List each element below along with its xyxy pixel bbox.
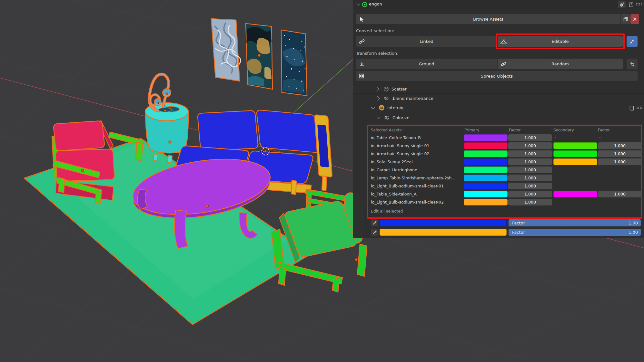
secondary-color-swatch[interactable] bbox=[553, 191, 597, 197]
transform-ground-button[interactable]: Ground bbox=[356, 59, 497, 69]
factor-value[interactable]: 1.000 bbox=[508, 199, 552, 205]
grid-squares-icon bbox=[359, 73, 364, 79]
interniq-manual-book-icon[interactable]: ? bbox=[629, 105, 635, 111]
edit-all-secondary-color-field[interactable] bbox=[380, 229, 507, 236]
factor-value[interactable]: 1.000 bbox=[508, 142, 552, 149]
factor2-value[interactable]: 1.000 bbox=[598, 191, 642, 197]
transform-random-button[interactable]: Random bbox=[498, 59, 623, 69]
asset-name: iq_Carpet_Herringbone bbox=[371, 167, 417, 172]
section-blend-maintenance[interactable]: .blend maintenance bbox=[353, 93, 644, 103]
transform-selection-label: Transform selection: bbox=[356, 51, 399, 56]
factor2-value[interactable]: - bbox=[598, 167, 643, 173]
manual-book-icon[interactable]: ? bbox=[628, 2, 634, 7]
primary-color-swatch[interactable] bbox=[464, 134, 508, 141]
primary-color-swatch[interactable] bbox=[464, 142, 508, 149]
secondary-color-swatch[interactable]: - bbox=[553, 167, 599, 173]
painting-1[interactable] bbox=[211, 19, 241, 81]
eyedropper-icon bbox=[372, 230, 377, 234]
secondary-color-swatch[interactable]: - bbox=[553, 199, 599, 205]
factor2-value[interactable]: 1.000 bbox=[598, 142, 642, 149]
asset-name: iq_Lamp_Table-Simrishamn-spheres-2sh... bbox=[371, 176, 455, 180]
secondary-color-swatch[interactable]: - bbox=[553, 134, 599, 141]
engon-logo-icon bbox=[362, 2, 368, 7]
spread-objects-button[interactable]: Spread Objects bbox=[356, 71, 638, 81]
section-scatter[interactable]: Scatter bbox=[353, 84, 644, 93]
factor2-value[interactable]: 1.000 bbox=[598, 158, 642, 165]
interniq-drag-grip-icon[interactable] bbox=[637, 107, 643, 110]
collapse-convert-button[interactable] bbox=[627, 36, 638, 47]
painting-3[interactable] bbox=[281, 30, 307, 96]
blend-maintenance-label: .blend maintenance bbox=[391, 96, 433, 101]
edit-all-primary-color-field[interactable] bbox=[380, 219, 507, 226]
spread-objects-label: Spread Objects bbox=[481, 74, 513, 79]
interniq-label: interniq bbox=[387, 105, 403, 110]
linked-label: Linked bbox=[420, 39, 433, 44]
close-icon bbox=[633, 17, 637, 21]
section-interniq[interactable]: interniq bbox=[353, 103, 644, 112]
colorize-collapse-chevron-icon bbox=[376, 115, 381, 119]
factor-value[interactable]: 1.000 bbox=[508, 167, 552, 173]
factor2-value[interactable]: - bbox=[598, 199, 643, 205]
edit-all-selected-label: Edit all selected bbox=[371, 209, 403, 214]
secondary-color-swatch[interactable] bbox=[553, 150, 597, 157]
col-factor: Factor bbox=[509, 128, 521, 132]
new-window-icon bbox=[623, 17, 628, 22]
blender-logo-icon bbox=[383, 95, 389, 101]
eyedropper-icon bbox=[372, 221, 377, 225]
primary-color-swatch[interactable] bbox=[464, 158, 508, 165]
edit-all-secondary-factor-slider[interactable]: Factor 1.00 bbox=[509, 229, 641, 236]
section-colorize[interactable]: Colorize bbox=[353, 113, 644, 122]
asset-name: iq_Light_Bulb-sodium-small-clear-01 bbox=[371, 184, 444, 188]
shrink-arrows-icon bbox=[629, 39, 635, 44]
eyedropper-button[interactable] bbox=[371, 229, 378, 236]
primary-color-swatch[interactable] bbox=[464, 175, 508, 181]
factor-value[interactable]: 1.000 bbox=[508, 183, 552, 189]
ground-label: Ground bbox=[419, 62, 434, 66]
svg-text:?: ? bbox=[631, 106, 633, 110]
factor2-value[interactable]: - bbox=[598, 175, 643, 181]
ground-drop-icon bbox=[359, 61, 365, 67]
edit-all-primary-factor-slider[interactable]: Factor 1.00 bbox=[509, 219, 641, 226]
convert-linked-button[interactable]: Linked bbox=[356, 36, 497, 47]
blend-expand-chevron-icon bbox=[375, 96, 380, 100]
primary-color-swatch[interactable] bbox=[464, 191, 508, 197]
factor2-value[interactable]: - bbox=[598, 183, 643, 189]
preferences-button[interactable] bbox=[618, 1, 626, 8]
factor-value[interactable]: 1.000 bbox=[508, 134, 552, 141]
factor-value[interactable]: 1.000 bbox=[508, 191, 552, 197]
asset-name: iq_Light_Bulb-sodium-small-clear-02 bbox=[371, 200, 444, 205]
panel-header bbox=[353, 0, 644, 9]
lamp-bulb-lower bbox=[154, 99, 161, 106]
col-primary: Primary bbox=[464, 128, 479, 132]
panel-drag-grip-icon[interactable] bbox=[636, 3, 642, 6]
factor-value[interactable]: 1.000 bbox=[508, 158, 552, 165]
primary-color-swatch[interactable] bbox=[464, 183, 508, 189]
secondary-color-swatch[interactable] bbox=[553, 142, 597, 149]
primary-color-swatch[interactable] bbox=[464, 167, 508, 173]
browse-assets-button[interactable]: Browse Assets bbox=[356, 14, 620, 24]
primary-color-swatch[interactable] bbox=[464, 150, 508, 157]
primary-color-swatch[interactable] bbox=[464, 199, 508, 205]
eyedropper-button[interactable] bbox=[371, 219, 378, 226]
asset-name: iq_Armchair_Sunny-single-01 bbox=[371, 143, 429, 148]
secondary-color-swatch[interactable]: - bbox=[553, 175, 599, 181]
painting-2[interactable] bbox=[246, 24, 272, 89]
scatter-expand-chevron-icon bbox=[375, 87, 380, 91]
open-in-window-button[interactable] bbox=[621, 14, 630, 24]
svg-text:?: ? bbox=[630, 3, 632, 6]
factor2-value[interactable]: 1.000 bbox=[598, 150, 642, 157]
scatter-label: Scatter bbox=[391, 87, 407, 91]
painting-2-origin-dot bbox=[258, 54, 261, 57]
undo-button[interactable] bbox=[627, 59, 638, 69]
convert-editable-button[interactable]: Editable bbox=[498, 36, 623, 47]
factor2-value[interactable]: - bbox=[598, 134, 643, 141]
gear-sparkle-icon bbox=[619, 2, 625, 7]
close-panel-button[interactable] bbox=[630, 14, 639, 24]
secondary-color-swatch[interactable]: - bbox=[553, 183, 599, 189]
armchair-pink-origin-dot bbox=[81, 169, 84, 172]
secondary-color-swatch[interactable] bbox=[553, 158, 597, 165]
armchair-green-origin-dot bbox=[355, 258, 358, 261]
side-table-origin-dot bbox=[169, 141, 171, 143]
factor-value[interactable]: 1.000 bbox=[508, 150, 552, 157]
factor-value[interactable]: 1.000 bbox=[508, 175, 552, 181]
